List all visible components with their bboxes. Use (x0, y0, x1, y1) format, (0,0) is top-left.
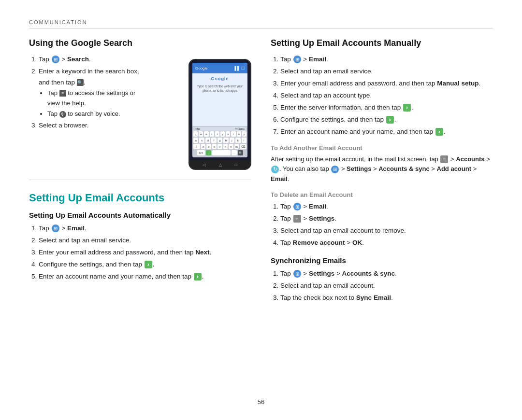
nav-menu[interactable]: □ (235, 163, 237, 167)
kb-comma[interactable]: , (206, 150, 211, 155)
email-accounts-title: Setting Up Email Accounts (29, 192, 251, 204)
kb-key-x[interactable]: x (206, 144, 211, 149)
kb-row-4: 123 , . 🔍 (193, 150, 246, 155)
search-icon: 🔍 (77, 79, 84, 86)
next-icon (194, 273, 202, 280)
list-item: Enter an account name and your name, and… (39, 271, 251, 282)
kb-key-y[interactable]: y (220, 131, 225, 137)
kb-row-2: a s d f g h j k l (193, 138, 246, 143)
kb-shift[interactable]: ⇧ (193, 144, 200, 149)
accounts-sync-bold: Accounts & sync (378, 165, 429, 172)
grid-icon (293, 270, 301, 278)
list-item: Tap the check box next to Sync Email. (280, 293, 493, 304)
list-item: Configure the settings, and then tap . (39, 259, 251, 270)
list-item: Enter your email address and password, a… (280, 78, 493, 89)
kb-key-h[interactable]: h (223, 138, 228, 143)
phone-search-area: Google (192, 73, 247, 82)
list-item: Enter your email address and password, a… (39, 247, 251, 258)
settings-bold: Settings (347, 165, 371, 172)
next-icon (403, 104, 411, 112)
kb-key-p[interactable]: p (242, 131, 246, 137)
kb-key-v[interactable]: v (218, 144, 222, 149)
sync-emails-steps: Tap > Settings > Accounts & sync. Select… (280, 268, 493, 304)
settings-bold: Settings (309, 215, 334, 222)
grid-icon (293, 203, 301, 210)
main-content: Using the Google Search Tap > Search. En… (29, 38, 493, 393)
delete-account-title: To Delete an Email Account (271, 191, 493, 198)
kb-key-z[interactable]: z (201, 144, 205, 149)
divider (29, 180, 251, 180)
list-item: Tap > Email. (280, 201, 493, 212)
kb-key-u[interactable]: u (226, 131, 230, 137)
nav-home[interactable]: △ (219, 163, 222, 167)
menu-icon (293, 215, 301, 223)
nav-back[interactable]: ◁ (203, 163, 205, 167)
phone-nav-bar: ◁ △ □ (189, 160, 250, 169)
kb-delete[interactable]: ⌫ (240, 144, 246, 149)
kb-key-n[interactable]: n (229, 144, 233, 149)
auto-setup-steps: Tap > Email. Select and tap an email ser… (39, 223, 251, 282)
page: COMMUNICATION Using the Google Search Ta… (0, 0, 522, 420)
kb-key-k[interactable]: k (235, 138, 240, 143)
list-item: Select and tap an email account to remov… (280, 225, 493, 237)
add-account-title: To Add Another Email Account (271, 144, 493, 152)
kb-key-c[interactable]: c (212, 144, 217, 149)
list-item: Tap ≡ to access the settings or view the… (47, 88, 145, 109)
kb-key-r[interactable]: r (210, 131, 214, 137)
kb-key-a[interactable]: a (193, 138, 198, 143)
next-icon (145, 261, 152, 268)
list-item: Tap > Search. (39, 54, 145, 65)
kb-key-i[interactable]: i (231, 131, 235, 137)
manual-setup-bold: Manual setup (437, 80, 478, 87)
page-number: 56 (29, 398, 493, 406)
phone-hint: Type to search the web and your phone, o… (192, 82, 247, 95)
list-item: Tap > Email. (39, 223, 251, 234)
google-search-steps: Tap > Search. Enter a keyword in the sea… (39, 54, 145, 131)
auto-setup-title: Setting Up Email Accounts Automatically (29, 211, 251, 219)
list-item: Tap > Settings. (280, 213, 493, 224)
manual-setup-steps: Tap > Email. Select and tap an email ser… (280, 54, 493, 138)
delete-account-steps: Tap > Email. Tap > Settings. Select and … (280, 201, 493, 249)
kb-search-btn[interactable]: 🔍 (238, 150, 243, 155)
grid-icon (52, 56, 59, 63)
phone-top-bar: Google ▌▌ ☐ (192, 63, 247, 73)
kb-key-s[interactable]: s (199, 138, 204, 143)
settings-bold: Settings (309, 270, 334, 277)
sync-email-bold: Sync Email (356, 294, 391, 301)
list-item: Select a browser. (39, 120, 145, 131)
grid-icon (331, 166, 339, 173)
list-item: Tap > Settings > Accounts & sync. (280, 268, 493, 280)
kb-key-q[interactable]: q (193, 131, 198, 137)
list-item: Select and tap an email service. (39, 235, 251, 246)
email-bold: Email (309, 56, 326, 63)
kb-key-l[interactable]: l (242, 138, 246, 143)
kb-key-t[interactable]: t (215, 131, 219, 137)
kb-key-g[interactable]: g (218, 138, 222, 143)
phone-carrier: Google (195, 66, 208, 70)
phone-icons: ▌▌ ☐ (234, 66, 245, 70)
google-logo: Google (194, 76, 246, 81)
kb-key-j[interactable]: j (230, 138, 234, 143)
kb-key-d[interactable]: d (205, 138, 210, 143)
remove-account-bold: Remove account (293, 239, 345, 246)
kb-row-3: ⇧ z x c v b n m ⌫ (193, 144, 246, 149)
kb-123[interactable]: 123 (197, 150, 205, 155)
section-label: COMMUNICATION (29, 19, 493, 28)
kb-key-w[interactable]: w (199, 131, 203, 137)
kb-key-f[interactable]: f (211, 138, 216, 143)
kb-space[interactable] (212, 150, 231, 155)
add-account-body: After setting up the email account, in t… (271, 154, 493, 184)
email-bold: Email (309, 203, 326, 210)
sync-emails-title: Synchronizing Emails (271, 256, 493, 265)
accounts-bold: Accounts (456, 155, 484, 163)
kb-key-o[interactable]: o (237, 131, 241, 137)
grid-icon (293, 56, 301, 63)
kb-key-b[interactable]: b (223, 144, 228, 149)
accounts-sync-bold: Accounts & sync (342, 270, 395, 277)
list-item: Enter the server information, and then t… (280, 102, 493, 113)
kb-key-e[interactable]: e (204, 131, 208, 137)
kb-period[interactable]: . (232, 150, 237, 155)
menu-icon (440, 155, 448, 163)
kb-key-m[interactable]: m (234, 144, 239, 149)
voice-icon: 🎙 (59, 111, 66, 118)
